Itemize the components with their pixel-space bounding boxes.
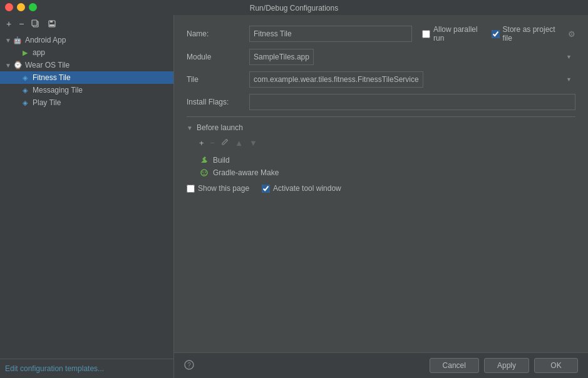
content-area: Name: Allow parallel run Store as projec… xyxy=(174,15,588,378)
window-controls xyxy=(5,3,37,11)
install-flags-input[interactable] xyxy=(249,94,575,110)
maximize-button[interactable] xyxy=(29,3,37,11)
sidebar-toolbar: + − xyxy=(0,15,173,33)
sidebar-tree: ▼ 🤖 Android App ▶ ▶ app ▼ ⌚ Wear OS Tile… xyxy=(0,33,173,359)
activate-tool-window-label[interactable]: Activate tool window xyxy=(262,184,341,193)
name-input[interactable] xyxy=(249,26,412,42)
tile-row: Tile com.example.wear.tiles.fitness.Fitn… xyxy=(187,71,575,88)
tile-icon: ◈ xyxy=(20,85,30,95)
bottom-bar: ? Cancel Apply OK xyxy=(174,352,588,378)
before-launch-edit-button[interactable] xyxy=(219,137,231,149)
before-launch-items: Build Gradle-aware Make xyxy=(197,154,575,179)
allow-parallel-label[interactable]: Allow parallel run xyxy=(422,25,482,43)
store-settings-gear-icon[interactable]: ⚙ xyxy=(568,29,575,39)
before-launch-remove-button[interactable]: − xyxy=(208,137,218,149)
store-as-project-checkbox[interactable] xyxy=(492,30,500,38)
svg-point-6 xyxy=(202,171,204,173)
install-flags-label: Install Flags: xyxy=(187,98,249,106)
before-launch-item-gradle[interactable]: Gradle-aware Make xyxy=(197,166,575,179)
show-this-page-label[interactable]: Show this page xyxy=(187,184,249,193)
window-title: Run/Debug Configurations xyxy=(250,4,338,13)
bottom-wrapper: ? Cancel Apply OK xyxy=(184,358,578,373)
activate-tool-window-checkbox[interactable] xyxy=(262,185,270,193)
tile-select-wrapper: com.example.wear.tiles.fitness.FitnessTi… xyxy=(249,71,575,88)
before-launch-move-down-button[interactable]: ▼ xyxy=(247,137,260,149)
apply-button[interactable]: Apply xyxy=(484,358,529,373)
name-label: Name: xyxy=(187,29,249,38)
build-icon xyxy=(199,155,209,165)
form-area: Name: Allow parallel run Store as projec… xyxy=(174,15,588,352)
store-as-project-label[interactable]: Store as project file xyxy=(492,25,557,43)
before-launch-add-button[interactable]: + xyxy=(197,137,207,149)
before-launch-item-label: Gradle-aware Make xyxy=(213,168,279,177)
name-row: Name: Allow parallel run Store as projec… xyxy=(187,25,575,43)
edit-templates-link[interactable]: Edit configuration templates... xyxy=(5,364,104,373)
save-config-button[interactable] xyxy=(45,18,59,29)
wearos-icon: ⌚ xyxy=(13,60,23,70)
show-this-page-checkbox[interactable] xyxy=(187,185,195,193)
sidebar-item-fitness-tile[interactable]: ▶ ◈ Fitness Tile xyxy=(0,71,173,84)
module-row: Module SampleTiles.app xyxy=(187,49,575,65)
module-select-wrapper: SampleTiles.app xyxy=(249,49,575,65)
sidebar-item-label: Android App xyxy=(25,36,66,44)
sidebar-item-messaging-tile[interactable]: ▶ ◈ Messaging Tile xyxy=(0,84,173,96)
sidebar-item-label: Wear OS Tile xyxy=(25,61,70,69)
svg-rect-4 xyxy=(49,24,54,26)
tree-arrow: ▼ xyxy=(5,62,13,69)
before-launch-toolbar: + − ▲ ▼ xyxy=(197,137,575,149)
allow-parallel-checkbox[interactable] xyxy=(422,30,430,38)
close-button[interactable] xyxy=(5,3,13,11)
svg-text:?: ? xyxy=(187,362,191,369)
tree-arrow: ▼ xyxy=(5,37,13,44)
before-launch-arrow: ▼ xyxy=(187,125,193,131)
before-launch-header[interactable]: ▼ Before launch xyxy=(187,123,575,132)
copy-config-button[interactable] xyxy=(29,18,43,29)
before-launch-title: Before launch xyxy=(197,123,243,132)
svg-rect-3 xyxy=(50,21,53,23)
sidebar-item-android-app[interactable]: ▼ 🤖 Android App xyxy=(0,34,173,46)
checkboxes-bottom: Show this page Activate tool window xyxy=(187,184,575,193)
module-label: Module xyxy=(187,53,249,61)
bottom-buttons: Cancel Apply OK xyxy=(430,358,578,373)
gradle-icon xyxy=(199,168,209,178)
android-icon: 🤖 xyxy=(13,35,23,45)
tile-icon: ◈ xyxy=(20,98,30,108)
title-bar: Run/Debug Configurations xyxy=(0,0,588,15)
separator xyxy=(187,116,575,117)
android-app-icon: ▶ xyxy=(20,48,30,58)
sidebar-item-label: app xyxy=(33,48,45,57)
tile-label: Tile xyxy=(187,75,249,84)
tile-select[interactable]: com.example.wear.tiles.fitness.FitnessTi… xyxy=(249,71,423,88)
sidebar-item-label: Fitness Tile xyxy=(33,73,71,82)
remove-config-button[interactable]: − xyxy=(16,18,26,30)
sidebar: + − ▼ 🤖 Android App xyxy=(0,15,174,378)
module-select[interactable]: SampleTiles.app xyxy=(249,49,314,65)
tile-icon: ◈ xyxy=(20,73,30,83)
sidebar-item-label: Messaging Tile xyxy=(33,86,83,94)
before-launch-move-up-button[interactable]: ▲ xyxy=(232,137,245,149)
before-launch-item-label: Build xyxy=(213,156,230,165)
svg-rect-1 xyxy=(32,20,37,26)
sidebar-item-app[interactable]: ▶ ▶ app xyxy=(0,46,173,59)
minimize-button[interactable] xyxy=(17,3,25,11)
install-flags-row: Install Flags: xyxy=(187,94,575,110)
add-config-button[interactable]: + xyxy=(4,18,14,30)
svg-point-7 xyxy=(205,171,206,173)
sidebar-footer: Edit configuration templates... xyxy=(0,359,173,378)
cancel-button[interactable]: Cancel xyxy=(430,358,479,373)
sidebar-item-label: Play Tile xyxy=(33,98,61,107)
sidebar-item-wearos[interactable]: ▼ ⌚ Wear OS Tile xyxy=(0,59,173,71)
main-area: + − ▼ 🤖 Android App xyxy=(0,15,588,378)
before-launch-item-build[interactable]: Build xyxy=(197,154,575,166)
sidebar-item-play-tile[interactable]: ▶ ◈ Play Tile xyxy=(0,96,173,109)
ok-button[interactable]: OK xyxy=(534,358,578,373)
help-icon[interactable]: ? xyxy=(184,360,194,372)
